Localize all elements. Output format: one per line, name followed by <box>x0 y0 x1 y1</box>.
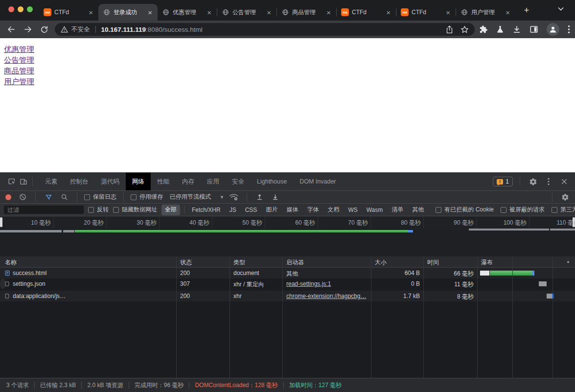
column-header-时间[interactable]: 时间 <box>427 258 439 267</box>
page-link[interactable]: 商品管理 <box>4 66 34 76</box>
close-tab-icon[interactable]: × <box>147 8 153 17</box>
table-row[interactable]: success.html200document其他604 B66 毫秒 <box>0 268 575 278</box>
import-har-icon[interactable] <box>254 191 266 203</box>
devtools-tab-元素[interactable]: 元素 <box>39 173 64 190</box>
devtools-tab-DOM Invader[interactable]: DOM Invader <box>293 173 342 190</box>
browser-tab-7[interactable]: miCTFd× <box>396 4 456 21</box>
address-bar[interactable]: 不安全 10.167.111.119:8080/success.html <box>55 23 475 36</box>
checkbox-box[interactable] <box>436 207 441 213</box>
inspect-element-icon[interactable] <box>6 176 18 187</box>
table-header[interactable]: ▲ 名称状态类型启动器大小时间瀑布 <box>0 256 575 268</box>
column-header-大小[interactable]: 大小 <box>375 258 387 267</box>
profile-avatar[interactable] <box>547 23 559 36</box>
devtools-tab-Lighthouse[interactable]: Lighthouse <box>251 173 293 190</box>
more-options-icon[interactable] <box>543 176 554 187</box>
close-tab-icon[interactable]: × <box>505 8 511 17</box>
record-network-log-icon[interactable] <box>5 194 11 200</box>
issues-badge[interactable]: ! 1 <box>493 177 513 186</box>
tab-search-chevron-icon[interactable] <box>558 7 564 11</box>
close-tab-icon[interactable]: × <box>445 8 451 17</box>
close-tab-icon[interactable]: × <box>206 8 212 17</box>
filter-chip[interactable]: Wasm <box>363 205 387 214</box>
panel-settings-gear-icon[interactable] <box>559 191 571 203</box>
browser-tab-1[interactable]: miCTFd× <box>39 4 98 21</box>
filter-checkbox[interactable]: 被屏蔽的请求 <box>501 206 545 214</box>
close-tab-icon[interactable]: × <box>385 8 391 17</box>
back-button[interactable] <box>6 24 17 35</box>
browser-tab-3[interactable]: 优惠管理× <box>158 4 217 21</box>
column-header-启动器[interactable]: 启动器 <box>286 258 304 267</box>
forward-button[interactable] <box>23 24 33 35</box>
menu-dots-icon[interactable] <box>568 25 570 34</box>
table-row[interactable]: data:application/js…200xhrchrome-extensi… <box>0 291 575 301</box>
export-har-icon[interactable] <box>270 191 281 203</box>
extensions-puzzle-icon[interactable] <box>479 25 488 34</box>
column-header-名称[interactable]: 名称 <box>5 258 17 267</box>
devtools-tab-应用[interactable]: 应用 <box>201 173 226 190</box>
browser-tab-6[interactable]: miCTFd× <box>337 4 396 21</box>
search-icon[interactable] <box>58 191 70 203</box>
close-window-button[interactable] <box>8 6 14 12</box>
checkbox-box[interactable] <box>84 194 90 200</box>
close-devtools-icon[interactable] <box>558 176 570 187</box>
devtools-tab-控制台[interactable]: 控制台 <box>64 173 95 190</box>
devtools-tab-安全[interactable]: 安全 <box>226 173 251 190</box>
filter-checkbox[interactable]: 有已拦截的 Cookie <box>436 206 494 214</box>
close-tab-icon[interactable]: × <box>266 8 272 17</box>
filter-chip[interactable]: 清单 <box>388 205 407 215</box>
cell-initiator[interactable]: chrome-extension://hagpcbg… <box>286 293 368 300</box>
checkbox-box[interactable] <box>131 194 137 200</box>
column-header-类型[interactable]: 类型 <box>233 258 245 267</box>
filter-input[interactable] <box>4 206 84 214</box>
settings-gear-icon[interactable] <box>527 176 539 187</box>
devtools-tab-网络[interactable]: 网络 <box>126 173 151 190</box>
close-tab-icon[interactable]: × <box>88 8 94 17</box>
device-toolbar-icon[interactable] <box>18 176 29 187</box>
filter-chip[interactable]: 其他 <box>409 205 427 215</box>
devtools-tab-内存[interactable]: 内存 <box>176 173 201 190</box>
preserve-log-checkbox[interactable]: 保留日志 <box>84 193 116 201</box>
devtools-tab-性能[interactable]: 性能 <box>151 173 176 190</box>
sort-arrow-icon[interactable]: ▲ <box>566 259 570 264</box>
new-tab-button[interactable]: + <box>521 6 532 16</box>
filter-chip[interactable]: 字体 <box>303 205 322 215</box>
filter-chip[interactable]: JS <box>226 205 240 214</box>
checkbox-box[interactable] <box>88 207 94 213</box>
browser-tab-5[interactable]: 商品管理× <box>277 4 336 21</box>
table-row[interactable]: settings.json307xhr / 重定向read-settings.j… <box>0 278 6 289</box>
checkbox-box[interactable] <box>113 207 119 213</box>
page-link[interactable]: 用户管理 <box>4 76 34 87</box>
browser-tab-4[interactable]: 公告管理× <box>217 4 276 21</box>
devtools-tab-源代码[interactable]: 源代码 <box>95 173 126 190</box>
checkbox-box[interactable] <box>501 207 506 213</box>
filter-funnel-icon[interactable] <box>43 191 54 203</box>
clear-network-log-icon[interactable] <box>17 191 28 203</box>
network-overview-timeline[interactable]: 10 毫秒20 毫秒30 毫秒40 毫秒50 毫秒60 毫秒70 毫秒80 毫秒… <box>0 216 575 256</box>
flask-icon[interactable] <box>496 25 504 34</box>
browser-tab-2[interactable]: 登录成功× <box>98 4 158 21</box>
filter-chip[interactable]: 全部 <box>161 205 180 215</box>
reload-button[interactable] <box>39 24 49 35</box>
download-icon[interactable] <box>512 25 521 34</box>
waterfall-overview[interactable] <box>0 229 575 256</box>
close-tab-icon[interactable]: × <box>325 8 332 17</box>
invert-checkbox[interactable]: 反转 <box>88 206 109 214</box>
filter-chip[interactable]: 图片 <box>262 205 281 215</box>
bookmark-star-icon[interactable] <box>460 25 469 34</box>
filter-chip[interactable]: Fetch/XHR <box>188 205 224 214</box>
filter-chip[interactable]: 文档 <box>324 205 343 215</box>
url-text[interactable]: 10.167.111.119:8080/success.html <box>101 26 442 33</box>
throttling-select[interactable]: 已停用节流模式 ▼ <box>170 193 224 201</box>
checkbox-box[interactable] <box>552 207 557 213</box>
maximize-window-button[interactable] <box>27 6 33 12</box>
network-conditions-icon[interactable] <box>228 191 240 203</box>
column-header-瀑布[interactable]: 瀑布 <box>481 258 493 267</box>
browser-tab-8[interactable]: 用户管理× <box>456 4 515 21</box>
filter-chip[interactable]: 媒体 <box>283 205 301 215</box>
security-label[interactable]: 不安全 <box>71 25 90 34</box>
disable-cache-checkbox[interactable]: 停用缓存 <box>131 193 163 201</box>
column-header-状态[interactable]: 状态 <box>180 258 192 267</box>
filter-checkbox[interactable]: 第三方请求 <box>552 206 575 214</box>
page-link[interactable]: 优惠管理 <box>4 44 34 55</box>
sidebar-toggle-icon[interactable] <box>529 25 538 34</box>
